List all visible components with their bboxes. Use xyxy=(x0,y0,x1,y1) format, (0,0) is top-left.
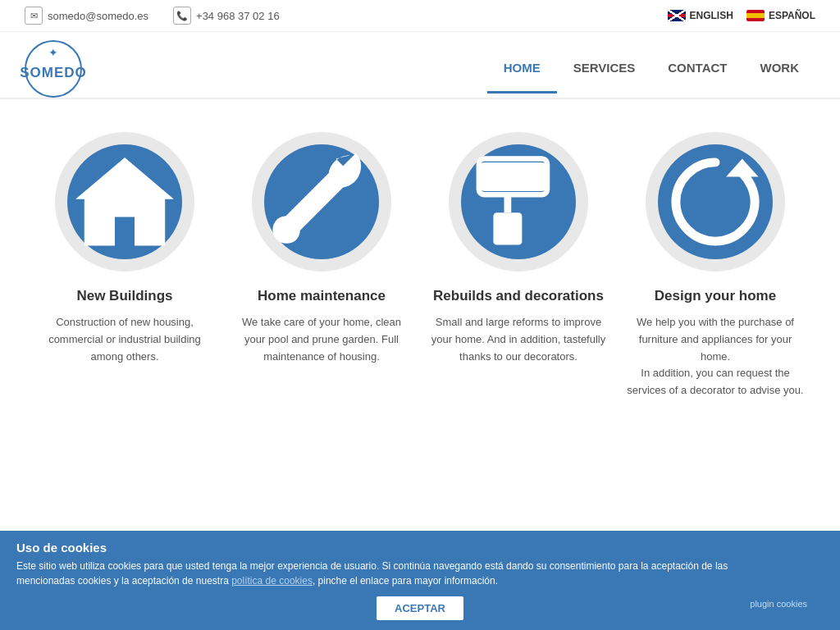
lang-english[interactable]: ENGLISH xyxy=(668,10,733,21)
refresh-icon xyxy=(658,144,773,259)
flag-uk-icon xyxy=(668,10,686,21)
nav-home[interactable]: HOME xyxy=(487,44,557,94)
service-title-buildings: New Buildings xyxy=(76,288,172,304)
top-bar: ✉ somedo@somedo.es 📞 +34 968 37 02 16 EN… xyxy=(0,0,840,32)
svg-rect-4 xyxy=(493,212,522,244)
logo-circle: ✦ SOMEDO xyxy=(25,40,82,98)
icon-inner-design xyxy=(658,144,773,259)
service-desc-rebuilds: Small and large reforms to improve your … xyxy=(428,314,609,365)
logo-name: SOMEDO xyxy=(20,65,87,81)
icon-ring-rebuilds xyxy=(449,132,588,272)
email-icon: ✉ xyxy=(25,7,43,25)
svg-marker-5 xyxy=(726,159,758,177)
language-switcher: ENGLISH ESPAÑOL xyxy=(668,10,815,21)
logo-star-icon: ✦ xyxy=(48,47,58,58)
house-icon xyxy=(67,144,182,259)
service-title-design: Design your home xyxy=(655,288,776,304)
header: ✦ SOMEDO HOME SERVICES CONTACT WORK xyxy=(0,32,840,99)
service-rebuilds: Rebuilds and decorations Small and large… xyxy=(428,132,609,399)
logo: ✦ SOMEDO xyxy=(25,40,82,98)
flag-es-icon xyxy=(746,10,765,21)
wrench-icon xyxy=(264,144,379,259)
icon-ring-buildings xyxy=(55,132,194,272)
phone-contact: 📞 +34 968 37 02 16 xyxy=(173,7,280,25)
email-contact: ✉ somedo@somedo.es xyxy=(25,7,148,25)
icon-inner-maintenance xyxy=(264,144,379,259)
email-text: somedo@somedo.es xyxy=(48,10,148,22)
service-title-maintenance: Home maintenance xyxy=(258,288,386,304)
lang-espanol[interactable]: ESPAÑOL xyxy=(746,10,815,21)
paint-roller-icon xyxy=(461,144,576,259)
lang-english-label: ENGLISH xyxy=(690,10,733,21)
main-content: New Buildings Construction of new housin… xyxy=(0,99,840,432)
service-design: Design your home We help you with the pu… xyxy=(625,132,806,399)
nav-services[interactable]: SERVICES xyxy=(557,44,652,94)
service-desc-buildings: Construction of new housing, commercial … xyxy=(34,314,215,365)
icon-inner-buildings xyxy=(67,144,182,259)
icon-ring-design xyxy=(646,132,785,272)
service-desc-design: We help you with the purchase of furnitu… xyxy=(625,314,806,399)
main-nav: HOME SERVICES CONTACT WORK xyxy=(82,44,815,94)
phone-text: +34 968 37 02 16 xyxy=(196,10,280,22)
contact-info: ✉ somedo@somedo.es 📞 +34 968 37 02 16 xyxy=(25,7,668,25)
svg-rect-3 xyxy=(504,194,512,212)
lang-espanol-label: ESPAÑOL xyxy=(769,10,815,21)
phone-icon: 📞 xyxy=(173,7,191,25)
icon-ring-maintenance xyxy=(252,132,391,272)
nav-contact[interactable]: CONTACT xyxy=(651,44,743,94)
service-new-buildings: New Buildings Construction of new housin… xyxy=(34,132,215,399)
service-maintenance: Home maintenance We take care of your ho… xyxy=(231,132,412,399)
service-title-rebuilds: Rebuilds and decorations xyxy=(433,288,604,304)
svg-rect-1 xyxy=(479,166,547,187)
icon-inner-rebuilds xyxy=(461,144,576,259)
nav-work[interactable]: WORK xyxy=(744,44,816,94)
service-desc-maintenance: We take care of your home, clean your po… xyxy=(231,314,412,365)
